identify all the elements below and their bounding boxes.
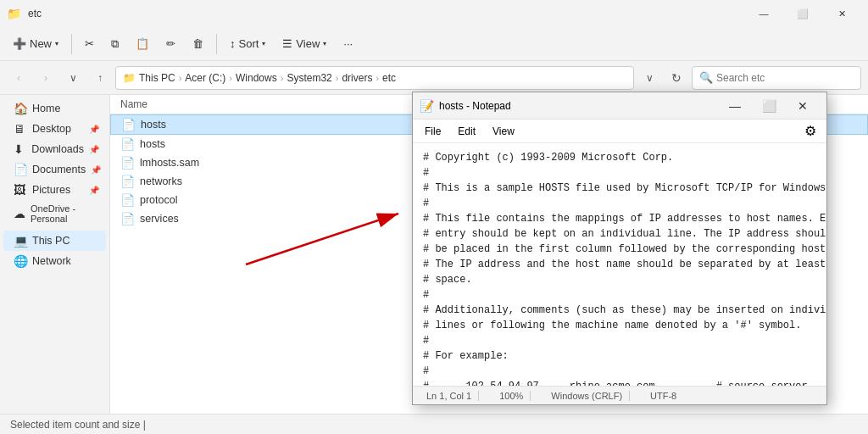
paste-icon: 📋 [136, 37, 149, 50]
maximize-button[interactable]: ⬜ [783, 0, 822, 27]
file-icon: 📄 [120, 137, 135, 151]
notepad-window: 📝 hosts - Notepad — ⬜ ✕ File Edit View ⚙… [412, 92, 827, 405]
new-icon: ➕ [13, 37, 26, 50]
notepad-title: hosts - Notepad [439, 100, 718, 112]
path-system32: System32 [287, 72, 331, 84]
notepad-maximize-button[interactable]: ⬜ [752, 92, 786, 120]
path-etc: etc [382, 72, 396, 84]
file-icon: 📄 [120, 193, 135, 207]
path-icon: 📁 [123, 72, 136, 84]
minimize-button[interactable]: — [744, 0, 783, 27]
refresh-button[interactable]: ↻ [665, 66, 688, 90]
settings-icon[interactable]: ⚙ [798, 120, 823, 142]
notepad-minimize-button[interactable]: — [718, 92, 752, 120]
more-button[interactable]: ··· [336, 33, 360, 54]
home-icon: 🏠 [14, 102, 27, 115]
path-drive: Acer (C:) [185, 72, 225, 84]
sidebar-item-thispc[interactable]: 💻 This PC [3, 231, 106, 251]
delete-button[interactable]: 🗑 [185, 33, 211, 54]
downloads-pin-icon: 📌 [89, 145, 99, 154]
close-button[interactable]: ✕ [822, 0, 861, 27]
up-button[interactable]: ↑ [88, 66, 112, 90]
file-icon: 📄 [120, 212, 135, 225]
cut-icon: ✂ [85, 37, 94, 50]
sidebar-item-pictures[interactable]: 🖼 Pictures 📌 [3, 180, 106, 200]
notepad-encoding: UTF-8 [643, 391, 683, 401]
sidebar-item-network[interactable]: 🌐 Network [3, 251, 106, 271]
notepad-menu-view[interactable]: View [484, 122, 523, 141]
thispc-icon: 💻 [14, 234, 27, 248]
search-icon: 🔍 [699, 71, 713, 84]
sidebar-item-onedrive[interactable]: ☁ OneDrive - Personal [3, 200, 106, 227]
network-icon: 🌐 [14, 254, 27, 268]
path-windows: Windows [236, 72, 277, 84]
status-text: Selected item count and size | [10, 419, 146, 431]
app-icon: 📁 [7, 7, 21, 20]
notepad-status-bar: Ln 1, Col 1 100% Windows (CRLF) UTF-8 [413, 386, 826, 404]
documents-pin-icon: 📌 [91, 165, 101, 175]
pictures-icon: 🖼 [14, 183, 27, 197]
sort-chevron-icon: ▾ [262, 40, 265, 47]
notepad-menubar: File Edit View ⚙ [413, 120, 826, 143]
toolbar-separator [71, 34, 72, 54]
view-button[interactable]: ☰ View ▾ [275, 33, 334, 54]
sidebar-thispc-label: This PC [32, 235, 70, 247]
sidebar-item-downloads[interactable]: ⬇ Downloads 📌 [3, 139, 106, 159]
documents-icon: 📄 [14, 163, 27, 176]
sidebar-home-label: Home [32, 103, 60, 114]
path-thispc: This PC [139, 72, 175, 84]
sidebar-item-desktop[interactable]: 🖥 Desktop 📌 [3, 119, 106, 139]
notepad-zoom: 100% [492, 391, 531, 401]
sidebar-item-documents[interactable]: 📄 Documents 📌 [3, 159, 106, 180]
notepad-close-button[interactable]: ✕ [786, 92, 820, 120]
cut-button[interactable]: ✂ [77, 33, 102, 54]
onedrive-icon: ☁ [14, 207, 25, 220]
notepad-app-icon: 📝 [420, 99, 434, 113]
copy-button[interactable]: ⧉ [103, 33, 126, 55]
new-chevron-icon: ▾ [55, 40, 58, 47]
pin-icon: 📌 [89, 125, 99, 134]
notepad-menu-edit[interactable]: Edit [449, 122, 484, 141]
rename-button[interactable]: ✏ [159, 33, 183, 54]
notepad-menu-file[interactable]: File [416, 122, 449, 141]
sort-button[interactable]: ↕ Sort ▾ [222, 33, 273, 54]
notepad-content-area[interactable]: # Copyright (c) 1993-2009 Microsoft Corp… [413, 143, 826, 386]
sidebar-desktop-label: Desktop [32, 123, 71, 135]
app-title: etc [28, 8, 42, 19]
sidebar: 🏠 Home 🖥 Desktop 📌 ⬇ Downloads 📌 📄 Docum… [0, 95, 110, 414]
file-icon: 📄 [120, 156, 135, 170]
downloads-icon: ⬇ [14, 142, 26, 156]
path-sep-1: › [179, 73, 182, 83]
notepad-title-bar: 📝 hosts - Notepad — ⬜ ✕ [413, 92, 826, 120]
expand-button[interactable]: ∨ [61, 66, 85, 90]
file-icon: 📄 [121, 118, 136, 131]
sidebar-downloads-label: Downloads [31, 143, 84, 155]
notepad-window-controls: — ⬜ ✕ [718, 92, 820, 120]
address-dropdown-button[interactable]: ∨ [637, 66, 661, 90]
path-sep-3: › [281, 73, 284, 83]
sort-icon: ↕ [230, 37, 236, 50]
toolbar: ➕ New ▾ ✂ ⧉ 📋 ✏ 🗑 ↕ Sort ▾ ☰ View ▾ ··· [0, 27, 868, 61]
copy-icon: ⧉ [111, 37, 119, 51]
notepad-cursor-position: Ln 1, Col 1 [420, 391, 479, 401]
search-box[interactable]: 🔍 [692, 66, 861, 90]
forward-button[interactable]: › [34, 66, 58, 90]
window-controls: — ⬜ ✕ [744, 0, 861, 27]
file-icon: 📄 [120, 175, 135, 188]
rename-icon: ✏ [166, 37, 175, 50]
view-icon: ☰ [282, 37, 292, 50]
sidebar-item-home[interactable]: 🏠 Home [3, 98, 106, 119]
sidebar-network-label: Network [32, 255, 71, 267]
pictures-pin-icon: 📌 [89, 186, 99, 195]
path-sep-5: › [376, 73, 379, 83]
title-bar: 📁 etc — ⬜ ✕ [0, 0, 868, 27]
address-bar: ‹ › ∨ ↑ 📁 This PC › Acer (C:) › Windows … [0, 61, 868, 95]
paste-button[interactable]: 📋 [128, 33, 157, 54]
back-button[interactable]: ‹ [7, 66, 31, 90]
address-path[interactable]: 📁 This PC › Acer (C:) › Windows › System… [115, 66, 634, 90]
path-drivers: drivers [342, 72, 372, 84]
view-chevron-icon: ▾ [323, 40, 326, 47]
search-input[interactable] [716, 72, 854, 84]
sidebar-documents-label: Documents [32, 164, 86, 175]
new-button[interactable]: ➕ New ▾ [5, 33, 66, 54]
